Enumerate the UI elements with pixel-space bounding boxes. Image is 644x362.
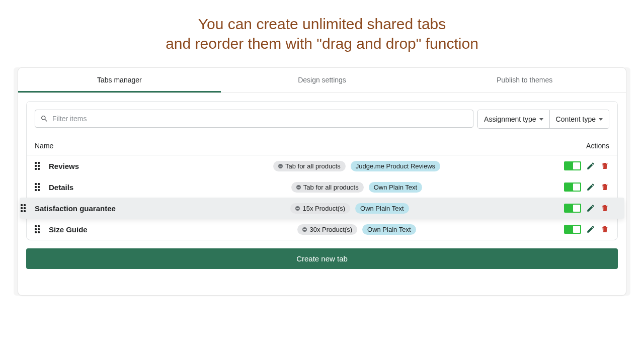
drag-handle-icon[interactable]	[21, 204, 28, 212]
tabs-bar: Tabs manager Design settings Publish to …	[18, 68, 626, 93]
assignment-text: 30x Product(s)	[309, 226, 352, 233]
col-name: Name	[35, 142, 53, 150]
search-icon	[40, 115, 48, 123]
assignment-text: 15x Product(s)	[302, 205, 345, 212]
badge-dot-icon	[296, 185, 301, 190]
assignment-text: Tab for all products	[303, 184, 359, 191]
table-row[interactable]: DetailsTab for all productsOwn Plain Tex…	[27, 176, 617, 198]
row-name: Details	[49, 183, 149, 192]
row-badges: Tab for all productsJudge.me Product Rev…	[149, 161, 564, 171]
table-row[interactable]: Size Guide30x Product(s)Own Plain Text	[27, 219, 617, 240]
page-headline: You can create unlimited shared tabs and…	[0, 14, 644, 53]
filter-dropdowns: Assignment type Content type	[477, 110, 609, 129]
row-actions	[564, 225, 609, 234]
chevron-down-icon	[539, 118, 543, 121]
tab-publish-to-themes[interactable]: Publish to themes	[423, 68, 626, 93]
content-type-dropdown[interactable]: Content type	[549, 110, 609, 128]
delete-icon[interactable]	[600, 225, 609, 234]
row-badges: Tab for all productsOwn Plain Text	[149, 182, 564, 193]
delete-icon[interactable]	[600, 161, 609, 170]
assignment-badge: Tab for all products	[273, 161, 346, 171]
tab-tabs-manager[interactable]: Tabs manager	[18, 68, 221, 93]
row-name: Satisfaction guarantee	[35, 204, 135, 213]
assignment-type-label: Assignment type	[484, 115, 536, 123]
drag-handle-icon[interactable]	[35, 162, 42, 170]
row-name: Size Guide	[49, 225, 149, 234]
row-actions	[564, 161, 609, 170]
assignment-type-dropdown[interactable]: Assignment type	[478, 110, 549, 128]
badge-dot-icon	[278, 164, 283, 168]
enable-toggle[interactable]	[564, 183, 581, 192]
filter-row: Assignment type Content type	[27, 102, 617, 137]
row-actions	[564, 183, 609, 192]
edit-icon[interactable]	[586, 161, 595, 170]
enable-toggle[interactable]	[564, 204, 581, 213]
row-badges: 30x Product(s)Own Plain Text	[149, 224, 564, 235]
row-actions	[564, 204, 609, 213]
chevron-down-icon	[599, 118, 603, 121]
search-wrap[interactable]	[35, 110, 473, 128]
create-new-tab-button[interactable]: Create new tab	[26, 248, 618, 269]
app-container: Tabs manager Design settings Publish to …	[14, 67, 630, 296]
delete-icon[interactable]	[600, 183, 609, 192]
content-badge: Own Plain Text	[362, 224, 416, 235]
tab-design-settings[interactable]: Design settings	[221, 68, 424, 93]
list-card: Assignment type Content type Name Action…	[26, 101, 618, 240]
rows-container: ReviewsTab for all productsJudge.me Prod…	[27, 155, 617, 240]
badge-dot-icon	[302, 227, 307, 232]
assignment-badge: Tab for all products	[291, 182, 364, 193]
drag-handle-icon[interactable]	[35, 183, 42, 191]
drag-handle-icon[interactable]	[35, 225, 42, 233]
edit-icon[interactable]	[586, 204, 595, 213]
table-header: Name Actions	[27, 137, 617, 155]
enable-toggle[interactable]	[564, 225, 581, 234]
assignment-badge: 30x Product(s)	[297, 224, 357, 235]
headline-line2: and reorder them with "drag and drop" fu…	[0, 34, 644, 53]
headline-line1: You can create unlimited shared tabs	[0, 14, 644, 34]
content-badge: Judge.me Product Reviews	[351, 161, 440, 171]
edit-icon[interactable]	[586, 225, 595, 234]
table-row[interactable]: ReviewsTab for all productsJudge.me Prod…	[27, 155, 617, 176]
delete-icon[interactable]	[600, 204, 609, 213]
edit-icon[interactable]	[586, 183, 595, 192]
row-name: Reviews	[49, 162, 149, 170]
content-type-label: Content type	[556, 115, 596, 123]
col-actions: Actions	[586, 142, 609, 150]
table-row[interactable]: Satisfaction guarantee15x Product(s)Own …	[20, 198, 624, 219]
panel: Assignment type Content type Name Action…	[18, 93, 626, 295]
row-badges: 15x Product(s)Own Plain Text	[135, 203, 564, 214]
enable-toggle[interactable]	[564, 161, 581, 170]
main-card: Tabs manager Design settings Publish to …	[18, 67, 626, 296]
assignment-badge: 15x Product(s)	[290, 203, 350, 214]
content-badge: Own Plain Text	[369, 182, 422, 193]
badge-dot-icon	[295, 206, 300, 211]
content-badge: Own Plain Text	[355, 203, 409, 214]
search-input[interactable]	[48, 115, 468, 123]
assignment-text: Tab for all products	[285, 162, 341, 170]
